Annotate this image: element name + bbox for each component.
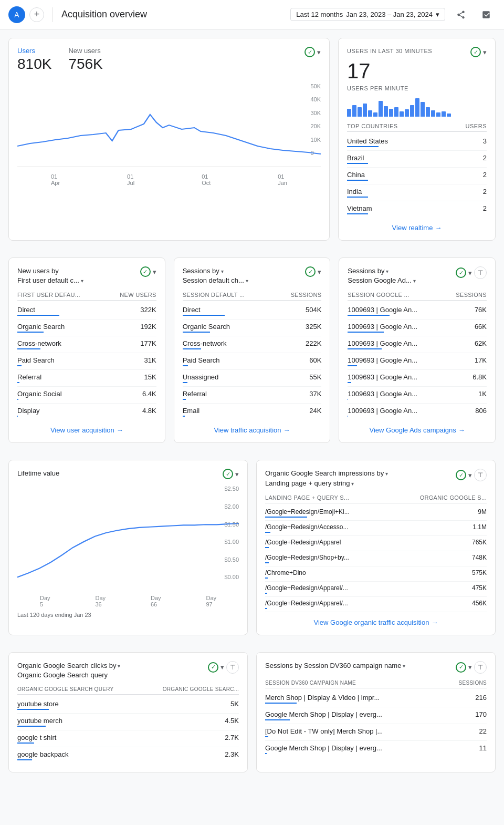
sessions-google-ads-card: Sessions by ▾ Session Google Ad... ▾ ✓ ▾… [339,257,496,443]
dv360-table: Merch Shop | Display & Video | impr... 2… [265,690,487,757]
sessions-channel-table: Direct 504K Organic Search 325K Cross-ne… [183,303,322,420]
countries-table: United States 3 Brazil 2 China [347,134,487,218]
country-users: 2 [483,188,487,198]
bar [352,105,356,117]
title-line1: Sessions by [348,267,384,275]
check-icon: ✓ [140,266,151,277]
bar-indicator [348,315,390,316]
table-row: /Google+Redesign/Apparel 765K [265,536,487,551]
bar-indicator [265,547,269,548]
bar-indicator [347,146,379,147]
dv360-sessions-card: Sessions by Session DV360 campaign name … [256,652,496,772]
table-row: youtube store 5K [17,697,239,714]
users-col-label: USERS [466,123,487,129]
dropdown-icon[interactable]: ▾ [117,663,121,669]
dropdown-icon[interactable]: ▾ [246,278,248,284]
date-range-picker[interactable]: Last 12 months Jan 23, 2023 – Jan 23, 20… [290,8,445,21]
users-per-minute-chart [347,96,487,117]
col1-header: LANDING PAGE + QUERY S... [265,494,349,501]
app-header: A + Acquisition overview Last 12 months … [0,0,504,29]
chevron-down-icon[interactable]: ▾ [317,48,321,56]
bar [363,104,367,117]
realtime-card: USERS IN LAST 30 MINUTES ✓ ▾ 17 USERS PE… [338,38,496,241]
top-section: Users 810K New users 756K ✓ ▾ 50K40K30K2… [8,38,496,249]
chevron-down-icon[interactable]: ▾ [483,48,487,56]
card-title: Sessions by Session DV360 campaign name … [265,661,487,674]
check-icon: ✓ [208,662,218,673]
dropdown-icon[interactable]: ▾ [350,481,354,487]
view-google-ads-link[interactable]: View Google Ads campaigns → [348,420,487,434]
table-row: Direct 504K [183,303,322,319]
dropdown-icon[interactable]: ▾ [384,471,388,477]
bar-indicator [265,736,268,737]
view-organic-traffic-link[interactable]: View Google organic traffic acquisition … [265,612,487,626]
dropdown-icon[interactable]: ▾ [384,269,388,274]
filter-icon[interactable]: ⊤ [474,266,487,279]
bar-indicator [348,399,348,400]
bar-indicator [183,332,210,333]
bar-indicator [347,163,368,164]
title: Lifetime value [17,469,59,477]
bar-indicator [265,532,270,533]
share-icon[interactable] [452,5,470,24]
table-header: SESSION DV360 CAMPAIGN NAME SESSIONS [265,680,487,688]
bar [436,112,440,117]
table-row: Direct 322K [17,303,156,319]
view-realtime-link[interactable]: View realtime → [347,218,487,232]
check-icon: ✓ [223,469,233,479]
dropdown-icon[interactable]: ▾ [401,663,405,669]
bar-indicator [17,348,40,349]
view-traffic-acquisition-link[interactable]: View traffic acquisition → [183,420,322,434]
country-row: China 2 [347,168,487,184]
table-row: [Do Not Edit - TW only] Merch Shop |... … [265,724,487,741]
dropdown-icon[interactable]: ▾ [81,278,83,284]
avatar[interactable]: A [8,6,25,23]
col2-header: ORGANIC GOOGLE S... [420,494,487,501]
table-row: Email 24K [183,404,322,420]
sessions-google-ads-table: 1009693 | Google An... 76K 1009693 | Goo… [348,303,487,420]
chevron-down-icon[interactable]: ▾ [468,663,472,671]
country-row: India 2 [347,184,487,201]
arrow-right-icon: → [117,426,123,434]
bottom-cards-section: Organic Google Search clicks by ▾ Organi… [8,652,496,781]
add-property-button[interactable]: + [29,7,44,22]
chevron-down-icon[interactable]: ▾ [318,268,321,276]
title-line1: Organic Google Search clicks by [17,662,117,669]
filter-icon[interactable]: ⊤ [474,469,487,481]
header-controls: Last 12 months Jan 23, 2023 – Jan 23, 20… [290,5,496,24]
country-users: 2 [483,204,487,214]
insights-icon[interactable] [477,5,496,24]
col1-header: ORGANIC GOOGLE SEARCH QUERY [17,686,114,692]
col2-header: SESSIONS [456,292,487,298]
bar-indicator [17,365,22,366]
check-icon: ✓ [304,47,315,57]
table-row: Referral 37K [183,387,322,404]
bar-indicator [183,382,187,383]
bar-indicator [265,703,297,704]
bar-indicator [183,416,185,417]
bar [379,101,383,117]
chevron-down-icon[interactable]: ▾ [153,268,156,276]
organic-impressions-table: /Google+Redesign/Emoji+Ki... 9M /Google+… [265,506,487,612]
title-line2: First user default c... ▾ [17,276,83,284]
bar-indicator [265,719,290,720]
title-line1: New users by [17,267,59,275]
table-row: Google Merch Shop | Display | everg... 1… [265,741,487,757]
col2-header: SESSIONS [458,680,487,686]
title-line2: Session default ch... ▾ [183,276,249,284]
country-name: India [347,188,368,195]
chevron-down-icon[interactable]: ▾ [235,470,239,478]
dropdown-icon[interactable]: ▾ [219,269,224,274]
bar-indicator [17,759,32,760]
main-content: Users 810K New users 756K ✓ ▾ 50K40K30K2… [0,29,504,789]
date-range-value: Jan 23, 2023 – Jan 23, 2024 [346,11,433,18]
chevron-down-icon[interactable]: ▾ [220,663,224,671]
filter-icon[interactable]: ⊤ [226,661,239,674]
chevron-down-icon: ▾ [436,11,439,18]
chevron-down-icon[interactable]: ▾ [468,471,472,479]
filter-icon[interactable]: ⊤ [474,661,487,674]
view-user-acquisition-link[interactable]: View user acquisition → [17,420,156,434]
date-range-label: Last 12 months [296,11,343,18]
chevron-down-icon[interactable]: ▾ [468,269,472,277]
dropdown-icon[interactable]: ▾ [413,278,416,284]
